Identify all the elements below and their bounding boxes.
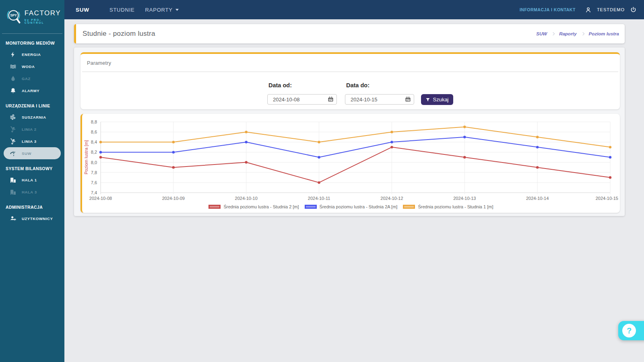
topnav-items: STUDNIERAPORTY [109, 7, 179, 13]
power-icon[interactable] [630, 6, 637, 13]
sidebar-item-suw[interactable]: SUW [4, 147, 61, 159]
sidebar-item-linia-3[interactable]: LINIA 3 [0, 135, 64, 147]
content: Studnie - poziom lustra SUWRaportyPoziom… [64, 19, 644, 362]
topnav-item-label: STUDNIE [109, 7, 135, 13]
parameters-panel: Parametry Data od: Data do: [80, 52, 620, 109]
dolly-icon [10, 138, 17, 145]
date-from-input[interactable] [267, 94, 337, 105]
legend-swatch-icon [403, 205, 415, 209]
sidebar-section-title: ADMINISTRACJA [0, 198, 64, 212]
svg-text:2024-10-11: 2024-10-11 [308, 196, 330, 201]
sidebar-item-label: WODA [22, 64, 35, 69]
wind-icon [10, 114, 17, 121]
waves-icon [10, 63, 17, 70]
svg-text:7,8: 7,8 [91, 170, 97, 175]
bolt-icon [10, 51, 17, 58]
sidebar-item-suszarnia[interactable]: SUSZARNIA [0, 111, 64, 123]
brand-tagline: by PRO-CONTROL [25, 19, 61, 24]
sidebar-item-label: SUSZARNIA [22, 115, 46, 119]
sidebar-section-title: URZĄDZENIA I LINIE [0, 97, 64, 111]
sidebar-item-woda[interactable]: WODA [0, 60, 64, 72]
svg-text:8,0: 8,0 [91, 160, 97, 165]
factory-icon [10, 177, 17, 183]
sidebar-item-energia[interactable]: ENERGIA [0, 48, 64, 60]
search-button[interactable]: Szukaj [421, 94, 453, 105]
date-from-wrap [267, 94, 337, 105]
breadcrumb-separator-icon [551, 32, 555, 35]
breadcrumb-item-raporty[interactable]: Raporty [559, 31, 576, 36]
main-area: SUW STUDNIERAPORTY INFORMACJA I KONTAKT … [64, 0, 644, 362]
topnav-item-studnie[interactable]: STUDNIE [109, 7, 135, 13]
chart-canvas: 7,47,67,88,08,28,48,68,82024-10-082024-1… [82, 115, 620, 203]
sidebar-item-hala-1[interactable]: HALA 1 [0, 174, 64, 186]
app-root: SPY FACTORY by PRO-CONTROL MONITORING ME… [0, 0, 644, 362]
date-to-input[interactable] [345, 94, 414, 105]
brand-name: FACTORY [25, 9, 61, 17]
help-icon: ? [622, 324, 636, 337]
svg-text:2024-10-08: 2024-10-08 [89, 196, 112, 201]
breadcrumb-item-poziom-lustra[interactable]: Poziom lustra [589, 31, 619, 36]
sidebar-item-gaz[interactable]: GAZ [0, 72, 64, 84]
page-title-card: Studnie - poziom lustra SUWRaportyPoziom… [74, 24, 625, 43]
filter-icon [425, 97, 430, 102]
sidebar-section-title: SYSTEM BILANSOWY [0, 159, 64, 174]
svg-text:2024-10-12: 2024-10-12 [380, 196, 403, 201]
chevron-down-icon [175, 9, 179, 11]
sidebar-item-hala-3[interactable]: HALA 3 [0, 186, 64, 198]
svg-text:8,8: 8,8 [91, 119, 97, 124]
topnav-item-raporty[interactable]: RAPORTY [145, 7, 179, 13]
page-title: Studnie - poziom lustra [83, 30, 155, 38]
sidebar-item-linia-2[interactable]: LINIA 2 [0, 123, 64, 135]
brand-logo: SPY FACTORY by PRO-CONTROL [2, 0, 62, 34]
breadcrumb-separator-icon [581, 32, 584, 35]
dolly-icon [10, 126, 17, 133]
legend-label: Średnia poziomu lustra - Studnia 1 [m] [418, 204, 493, 209]
breadcrumb-item-suw[interactable]: SUW [536, 31, 547, 36]
sidebar-item-label: HALA 1 [22, 178, 37, 182]
sidebar-item-alarmy[interactable]: ALARMY [0, 84, 64, 97]
user-gear-icon [10, 215, 17, 222]
svg-text:Poziom lustra [m]: Poziom lustra [m] [84, 140, 89, 175]
date-from-label: Data od: [268, 82, 292, 88]
logo-text: SPY [10, 13, 17, 17]
svg-text:8,4: 8,4 [91, 140, 97, 144]
sidebar-item-label: LINIA 2 [22, 127, 37, 132]
svg-text:7,6: 7,6 [91, 180, 97, 185]
sidebar-item-label: GAZ [22, 76, 31, 81]
factory-icon [10, 189, 17, 195]
breadcrumb: SUWRaportyPoziom lustra [536, 31, 619, 36]
calendar-icon[interactable] [328, 96, 334, 102]
divider [82, 72, 618, 72]
drop-icon [10, 75, 17, 82]
svg-text:2024-10-13: 2024-10-13 [453, 196, 476, 201]
svg-text:2024-10-09: 2024-10-09 [162, 196, 185, 201]
svg-text:2024-10-15: 2024-10-15 [596, 196, 618, 201]
sidebar-item-label: ALARMY [22, 88, 39, 93]
search-button-label: Szukaj [433, 97, 448, 103]
line-chart: 7,47,67,88,08,28,48,68,82024-10-082024-1… [82, 115, 619, 202]
parameters-title: Parametry [80, 54, 620, 66]
chart-panel: 7,47,67,88,08,28,48,68,82024-10-082024-1… [80, 114, 620, 213]
sidebar: SPY FACTORY by PRO-CONTROL MONITORING ME… [0, 0, 64, 362]
legend-item[interactable]: Średnia poziomu lustra - Studnia 2 [m] [208, 204, 299, 209]
legend-swatch-icon [208, 205, 221, 209]
legend-label: Średnia poziomu lustra - Studnia 2A [m] [320, 204, 398, 209]
sidebar-item-label: HALA 3 [22, 190, 37, 194]
report-card: Parametry Data od: Data do: [74, 47, 625, 216]
user-icon[interactable] [585, 6, 592, 13]
contact-link[interactable]: INFORMACJA I KONTAKT [520, 7, 576, 12]
sidebar-section-title: MONITORING MEDIÓW [0, 34, 64, 48]
help-button[interactable]: ? [618, 321, 644, 340]
svg-text:2024-10-10: 2024-10-10 [235, 196, 258, 201]
bell-icon [10, 87, 17, 94]
chart-legend: Średnia poziomu lustra - Studnia 2 [m]Śr… [82, 204, 620, 209]
legend-item[interactable]: Średnia poziomu lustra - Studnia 2A [m] [305, 204, 398, 209]
topnav-item-label: RAPORTY [145, 7, 173, 13]
sidebar-item-uzytkownicy[interactable]: UZYTKOWNICY [0, 212, 64, 224]
topnav-brand-suw[interactable]: SUW [76, 7, 89, 13]
legend-item[interactable]: Średnia poziomu lustra - Studnia 1 [m] [403, 204, 493, 209]
faucet-icon [10, 150, 17, 157]
top-navbar: SUW STUDNIERAPORTY INFORMACJA I KONTAKT … [64, 0, 644, 19]
sidebar-nav: MONITORING MEDIÓWENERGIAWODAGAZALARMYURZ… [0, 34, 64, 224]
calendar-icon[interactable] [405, 96, 411, 102]
